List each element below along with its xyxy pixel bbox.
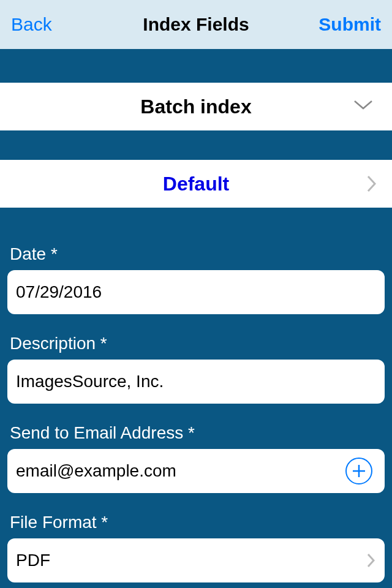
batch-index-label: Batch index — [140, 96, 251, 118]
spacer — [0, 49, 392, 83]
date-label: Date * — [7, 237, 385, 270]
spacer — [0, 130, 392, 160]
default-label: Default — [163, 173, 229, 195]
file-format-field[interactable]: PDF — [7, 538, 385, 582]
email-input[interactable] — [16, 461, 345, 481]
navbar: Back Index Fields Submit — [0, 0, 392, 49]
form-area: Date * Description * Send to Email Addre… — [0, 208, 392, 582]
email-field[interactable] — [7, 449, 385, 493]
chevron-right-icon — [366, 175, 377, 193]
date-input[interactable] — [16, 282, 376, 302]
description-label: Description * — [7, 326, 385, 360]
add-email-button[interactable] — [345, 458, 372, 484]
description-field[interactable] — [7, 360, 385, 404]
page-title: Index Fields — [143, 14, 249, 35]
default-row[interactable]: Default — [0, 160, 392, 208]
submit-button[interactable]: Submit — [318, 14, 381, 35]
description-input[interactable] — [16, 372, 376, 391]
plus-icon — [351, 463, 367, 479]
chevron-right-icon — [366, 552, 376, 568]
file-format-label: File Format * — [7, 505, 385, 538]
back-button[interactable]: Back — [11, 14, 52, 35]
date-field[interactable] — [7, 270, 385, 314]
batch-index-row[interactable]: Batch index — [0, 83, 392, 130]
file-format-value: PDF — [16, 551, 366, 570]
email-label: Send to Email Address * — [7, 416, 385, 449]
chevron-down-icon — [353, 99, 374, 111]
